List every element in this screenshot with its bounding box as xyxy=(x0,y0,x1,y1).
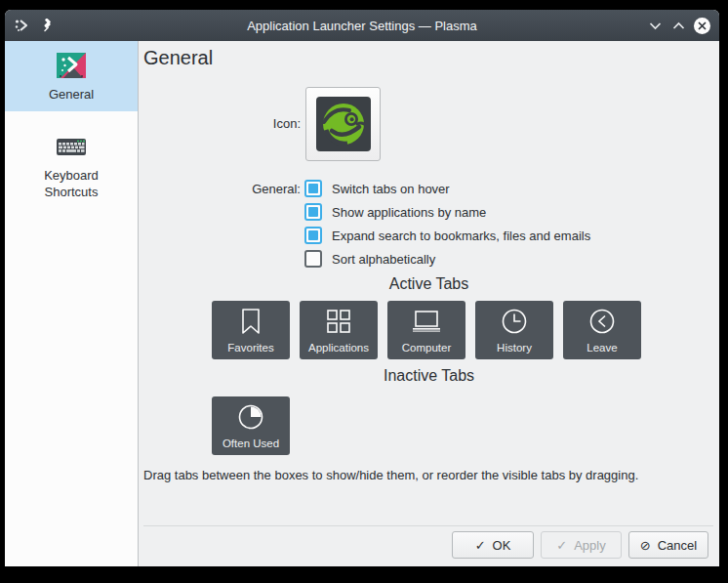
dialog-button-box: ✓OK ✓Apply ⊘Cancel xyxy=(452,531,708,559)
close-icon xyxy=(698,21,707,30)
tab-computer[interactable]: Computer xyxy=(387,301,465,359)
leave-icon xyxy=(588,308,616,335)
close-button[interactable] xyxy=(694,18,710,34)
tab-history[interactable]: History xyxy=(475,301,553,359)
chevron-down-icon xyxy=(648,19,663,33)
pin-icon[interactable] xyxy=(38,18,55,34)
tab-favorites[interactable]: Favorites xyxy=(212,301,290,359)
titlebar[interactable]: Application Launcher Settings — Plasma xyxy=(5,10,719,41)
tab-label: History xyxy=(497,342,532,354)
checkbox[interactable] xyxy=(304,180,322,197)
sidebar-item-keyboard-shortcuts[interactable]: Keyboard Shortcuts xyxy=(5,122,138,209)
tab-applications[interactable]: Applications xyxy=(300,301,378,359)
option-expand-search: Expand search to bookmarks, files and em… xyxy=(304,227,590,244)
minimize-button[interactable] xyxy=(647,18,664,34)
sidebar-item-label: General xyxy=(49,86,94,103)
tab-leave[interactable]: Leave xyxy=(563,301,641,359)
check-icon: ✓ xyxy=(475,538,486,553)
opensuse-geeko-icon xyxy=(316,97,371,151)
chevron-up-icon xyxy=(671,19,686,33)
active-tabs-heading: Active Tabs xyxy=(139,275,719,293)
option-sort-alphabetically: Sort alphabetically xyxy=(304,250,435,268)
check-icon: ✓ xyxy=(556,538,567,553)
inactive-tabs-heading: Inactive Tabs xyxy=(139,367,719,385)
app-grid-icon xyxy=(325,308,352,335)
option-show-applications-by-name: Show applications by name xyxy=(304,203,486,221)
checkbox[interactable] xyxy=(304,203,322,221)
sidebar: General Keyboar xyxy=(5,41,139,566)
sidebar-item-label: Keyboard Shortcuts xyxy=(32,167,110,200)
tab-often-used[interactable]: Often Used xyxy=(212,396,290,455)
clock-icon xyxy=(501,308,528,335)
footer-separator xyxy=(143,525,713,526)
checkbox-label[interactable]: Sort alphabetically xyxy=(332,252,435,267)
desktop-background: { "window": { "title": "Application Laun… xyxy=(0,0,728,583)
cancel-button[interactable]: ⊘Cancel xyxy=(628,531,708,559)
checkbox-label[interactable]: Switch tabs on hover xyxy=(332,182,450,196)
maximize-button[interactable] xyxy=(670,18,687,34)
cancel-button-label: Cancel xyxy=(658,538,697,553)
kickoff-icon xyxy=(56,50,87,81)
window-title: Application Launcher Settings — Plasma xyxy=(5,19,719,33)
checkbox[interactable] xyxy=(304,227,322,244)
tab-label: Often Used xyxy=(222,437,279,449)
launcher-icon-button[interactable] xyxy=(305,87,381,161)
apply-button-label: Apply xyxy=(574,538,606,553)
keyboard-icon xyxy=(56,131,87,162)
checkbox[interactable] xyxy=(304,250,322,268)
tab-label: Favorites xyxy=(227,342,273,354)
pie-chart-icon xyxy=(237,403,264,431)
checkbox-label[interactable]: Show applications by name xyxy=(332,205,486,220)
tab-label: Applications xyxy=(308,342,369,354)
apply-button[interactable]: ✓Apply xyxy=(541,531,622,559)
ok-button-label: OK xyxy=(493,538,511,553)
general-options-label: General: xyxy=(183,182,301,196)
ok-button[interactable]: ✓OK xyxy=(452,531,534,559)
checkbox-label[interactable]: Expand search to bookmarks, files and em… xyxy=(332,229,590,243)
main-content: General Icon: General: xyxy=(139,41,719,566)
laptop-icon xyxy=(411,308,442,335)
page-title: General xyxy=(143,47,213,69)
sidebar-item-general[interactable]: General xyxy=(5,41,138,111)
bookmark-icon xyxy=(238,308,263,335)
cancel-icon: ⊘ xyxy=(640,538,651,553)
drag-hint-text: Drag tabs between the boxes to show/hide… xyxy=(143,468,638,482)
icon-field-label: Icon: xyxy=(183,116,301,131)
tab-label: Leave xyxy=(586,342,617,354)
option-switch-tabs-on-hover: Switch tabs on hover xyxy=(304,180,450,197)
kickoff-icon xyxy=(14,18,29,33)
application-launcher-settings-window: Application Launcher Settings — Plasma xyxy=(5,10,719,566)
tab-label: Computer xyxy=(402,342,452,354)
